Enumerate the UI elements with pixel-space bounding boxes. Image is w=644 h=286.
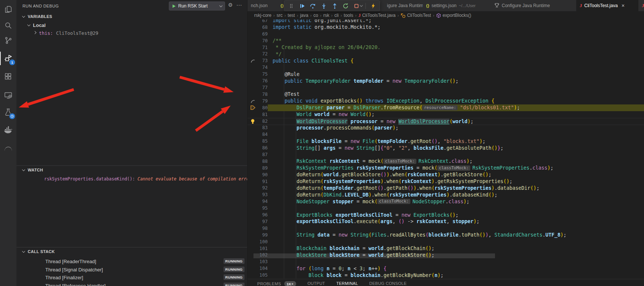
- gutter-glyph-margin[interactable]: [247, 171, 258, 178]
- gutter-glyph-margin[interactable]: [247, 265, 258, 272]
- gutter-glyph-margin[interactable]: [247, 144, 258, 151]
- gutter-glyph-margin[interactable]: [247, 31, 258, 37]
- gutter-glyph-margin[interactable]: [247, 225, 258, 232]
- tab-settings-json[interactable]: {}settings.json~/.../User: [423, 0, 498, 11]
- gutter-glyph-margin[interactable]: [247, 238, 258, 245]
- activity-item-extensions[interactable]: [0, 69, 16, 85]
- activity-item-testing[interactable]: [0, 104, 16, 121]
- breadcrumb-item[interactable]: src: [277, 13, 283, 18]
- code-line-text[interactable]: [268, 205, 644, 212]
- watch-expression-row[interactable]: rskSystemProperties.databaseKind(): Cann…: [16, 175, 247, 183]
- code-line-text[interactable]: public TemporaryFolder tempFolder = new …: [268, 77, 644, 84]
- code-line-text[interactable]: doReturn(DbKind.LEVEL_DB).when(rskSystem…: [268, 191, 644, 198]
- activity-item-remote-explorer[interactable]: [0, 87, 16, 104]
- activity-item-explorer[interactable]: [0, 1, 16, 18]
- breadcrumb-item[interactable]: exportBlocks(): [436, 13, 471, 18]
- code-line-text[interactable]: for (long n = 0; n < 3; n++) {: [268, 265, 644, 272]
- code-line-text[interactable]: public void exportBlocks() throws IOExce…: [268, 98, 644, 104]
- gutter-glyph-margin[interactable]: [247, 19, 258, 24]
- code-line-text[interactable]: exportBlocksCliTool.execute(args, () -> …: [268, 218, 644, 225]
- continue-button[interactable]: [297, 1, 307, 10]
- gutter-glyph-margin[interactable]: [247, 77, 258, 84]
- code-line-text[interactable]: import static org.junit.Assert.*;: [268, 19, 644, 24]
- gutter-glyph-margin[interactable]: [247, 232, 258, 238]
- panel-tab-debug-console[interactable]: DEBUG CONSOLE: [369, 279, 407, 286]
- more-actions-icon[interactable]: ⋯: [236, 2, 242, 8]
- gutter-glyph-margin[interactable]: [247, 165, 258, 171]
- code-line-text[interactable]: [268, 151, 644, 158]
- tab-partial-java[interactable]: J: [638, 0, 644, 11]
- gutter-glyph-margin[interactable]: [247, 258, 258, 265]
- gutter-glyph-margin[interactable]: [247, 131, 258, 138]
- gutter-glyph-margin[interactable]: [247, 111, 258, 118]
- code-line-text[interactable]: Blockchain blockchain = world.getBlockCh…: [268, 245, 644, 252]
- gutter-glyph-margin[interactable]: [247, 198, 258, 205]
- execution-pointer-icon[interactable]: [247, 104, 258, 111]
- code-line-text[interactable]: doReturn(world.getBlockStore()).when(rsk…: [268, 171, 644, 178]
- code-line-text[interactable]: BlockStore blockStore = world.getBlockSt…: [268, 252, 644, 259]
- lightbulb-icon[interactable]: [247, 118, 258, 125]
- gutter-glyph-margin[interactable]: [247, 64, 258, 71]
- code-line-text[interactable]: [268, 258, 644, 265]
- breadcrumb-item[interactable]: test: [288, 13, 295, 18]
- activity-item-docker[interactable]: [0, 122, 16, 138]
- breadcrumb-item[interactable]: CliToolsTest: [401, 13, 431, 18]
- gutter-glyph-margin[interactable]: [247, 191, 258, 198]
- gutter-glyph-margin[interactable]: [247, 37, 258, 44]
- variable-row-this[interactable]: this: CliToolsTest@29: [16, 29, 247, 37]
- tab-configure-java-runtime[interactable]: Configure Java Runtime: [491, 0, 581, 11]
- breadcrumb-item[interactable]: rskj-core: [254, 13, 271, 18]
- activity-item-search[interactable]: [0, 17, 16, 34]
- gutter-glyph-margin[interactable]: [247, 252, 258, 259]
- fold-arc-icon[interactable]: [247, 57, 258, 64]
- code-line-text[interactable]: File blocksFile = new File(tempFolder.ge…: [268, 138, 644, 144]
- gutter-glyph-margin[interactable]: [247, 84, 258, 91]
- breadcrumb-item[interactable]: cli: [334, 13, 338, 18]
- call-stack-thread-row[interactable]: Thread [ReaderThread]RUNNING: [16, 258, 247, 265]
- code-line-text[interactable]: RskSystemProperties rskSystemProperties …: [268, 165, 644, 171]
- stop-dropdown-chevron-icon[interactable]: [360, 1, 364, 10]
- panel-tab-output[interactable]: OUTPUT: [307, 279, 325, 286]
- variables-section-header[interactable]: VARIABLES: [16, 12, 247, 21]
- code-line-text[interactable]: @Rule: [268, 71, 644, 77]
- code-line-text[interactable]: Block block = blockchain.getBlockByNumbe…: [268, 272, 644, 279]
- gutter-glyph-margin[interactable]: [247, 158, 258, 165]
- gutter-glyph-margin[interactable]: [247, 151, 258, 158]
- code-line-text[interactable]: [268, 64, 644, 71]
- breadcrumb-item[interactable]: java: [300, 13, 308, 18]
- breadcrumb-item[interactable]: rsk: [323, 13, 329, 18]
- code-line-text[interactable]: @Test: [268, 91, 644, 98]
- gutter-glyph-margin[interactable]: [247, 272, 258, 279]
- panel-tab-problems[interactable]: PROBLEMS1K+: [257, 279, 296, 286]
- code-line-text[interactable]: public class CliToolsTest {: [268, 57, 644, 64]
- gutter-glyph-margin[interactable]: [247, 185, 258, 192]
- gutter-glyph-margin[interactable]: [247, 124, 258, 131]
- code-line-text[interactable]: WorldDslProcessor processor = new WorldD…: [268, 118, 644, 125]
- code-line-text[interactable]: [268, 31, 644, 37]
- code-line-text[interactable]: doReturn(rskSystemProperties).when(rskCo…: [268, 178, 644, 185]
- gutter-glyph-margin[interactable]: [247, 44, 258, 51]
- code-line-text[interactable]: import static org.mockito.Mockito.*;: [268, 24, 644, 31]
- gutter-glyph-margin[interactable]: [247, 71, 258, 77]
- step-out-button[interactable]: [329, 1, 340, 10]
- gutter-glyph-margin[interactable]: [247, 91, 258, 98]
- gutter-glyph-margin[interactable]: [247, 51, 258, 58]
- code-line-text[interactable]: ExportBlocks exportBlocksCliTool = new E…: [268, 212, 644, 218]
- run-configuration-button[interactable]: Run RSK Start: [169, 1, 225, 10]
- gutter-glyph-margin[interactable]: [247, 24, 258, 31]
- gutter-glyph-margin[interactable]: [247, 212, 258, 218]
- restart-button[interactable]: [340, 1, 351, 10]
- call-stack-section-header[interactable]: CALL STACK: [16, 247, 247, 256]
- gutter-glyph-margin[interactable]: [247, 138, 258, 144]
- variables-scope-local[interactable]: Local: [16, 21, 247, 29]
- code-line-text[interactable]: /**: [268, 37, 644, 44]
- breadcrumb-item[interactable]: co: [313, 13, 318, 18]
- fold-arc-icon[interactable]: [247, 98, 258, 104]
- code-line-text[interactable]: doReturn(tempFolder.getRoot().getPath())…: [268, 185, 644, 192]
- gear-icon[interactable]: ⚙: [228, 2, 233, 7]
- gutter-glyph-margin[interactable]: [247, 245, 258, 252]
- gutter-glyph-margin[interactable]: [247, 205, 258, 212]
- code-line-text[interactable]: */: [268, 51, 644, 58]
- hot-code-replace-button[interactable]: [367, 1, 378, 10]
- breadcrumb-item[interactable]: JCliToolsTest.java: [358, 13, 395, 18]
